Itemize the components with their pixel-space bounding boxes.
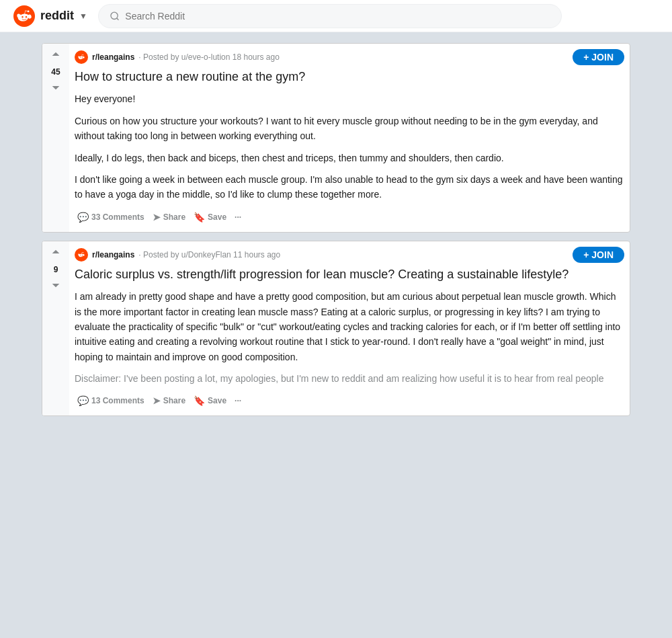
save-label: Save [208, 212, 226, 222]
more-button-2[interactable]: ··· [232, 392, 244, 409]
vote-column-1: 45 [42, 44, 69, 232]
more-icon: ··· [235, 212, 241, 222]
search-icon [110, 11, 120, 22]
search-input[interactable] [125, 11, 550, 22]
save-button-2[interactable]: 🔖Save [191, 391, 229, 410]
post-title-2[interactable]: Caloric surplus vs. strength/lift progre… [75, 267, 624, 282]
save-icon: 🔖 [194, 212, 205, 223]
subreddit-icon-2 [75, 248, 88, 262]
vote-count-2: 9 [54, 265, 58, 274]
subreddit-name-2[interactable]: r/leangains [92, 250, 134, 260]
post-card-2: 9r/leangains· Posted by u/DonkeyFlan 11 … [42, 241, 630, 417]
share-button-1[interactable]: ➤Share [150, 208, 188, 227]
svg-point-1 [111, 12, 118, 19]
post-content-2: r/leangains· Posted by u/DonkeyFlan 11 h… [69, 241, 630, 416]
subreddit-icon-1 [75, 50, 88, 64]
post-title-1[interactable]: How to structure a new routine at the gy… [75, 69, 624, 85]
post-body-paragraph: I am already in pretty good shape and ha… [75, 289, 624, 364]
save-button-1[interactable]: 🔖Save [191, 208, 229, 227]
comments-icon: 💬 [77, 212, 89, 223]
reddit-dropdown-icon[interactable]: ▼ [79, 11, 87, 21]
post-body-paragraph: Ideally, I do legs, then back and biceps… [75, 151, 624, 165]
svg-line-2 [117, 17, 119, 19]
upvote-button-1[interactable] [49, 49, 62, 65]
post-body-2: I am already in pretty good shape and ha… [75, 289, 624, 386]
post-body-paragraph: Hey everyone! [75, 91, 624, 106]
post-body-paragraph: I don't like going a week in between eac… [75, 172, 624, 202]
post-meta-text-2: · Posted by u/DonkeyFlan 11 hours ago [138, 250, 280, 260]
post-actions-1: 💬33 Comments➤Share🔖Save··· [75, 208, 624, 227]
join-button-1[interactable]: + JOIN [573, 49, 624, 65]
save-icon: 🔖 [194, 395, 205, 406]
post-card-1: 45r/leangains· Posted by u/eve-o-lution … [42, 43, 630, 233]
share-icon: ➤ [153, 212, 161, 223]
vote-count-1: 45 [51, 67, 60, 77]
reddit-wordmark: reddit [40, 9, 74, 23]
more-icon: ··· [235, 396, 241, 405]
post-body-paragraph: Curious on how you structure your workou… [75, 114, 624, 144]
search-bar [98, 4, 562, 28]
share-button-2[interactable]: ➤Share [150, 391, 188, 410]
post-meta-2: r/leangains· Posted by u/DonkeyFlan 11 h… [75, 247, 624, 263]
post-meta-text-1: · Posted by u/eve-o-lution 18 hours ago [138, 52, 279, 62]
post-actions-2: 💬13 Comments➤Share🔖Save··· [75, 391, 624, 410]
reddit-logo-icon [13, 5, 35, 27]
vote-column-2: 9 [42, 241, 69, 416]
subreddit-name-1[interactable]: r/leangains [92, 52, 134, 62]
upvote-button-2[interactable] [49, 247, 62, 262]
comments-label: 33 Comments [91, 212, 144, 222]
downvote-button-2[interactable] [49, 277, 62, 292]
save-label: Save [208, 396, 226, 405]
header: reddit ▼ [0, 0, 672, 32]
share-label: Share [163, 396, 185, 405]
comments-label: 13 Comments [91, 396, 144, 405]
join-button-2[interactable]: + JOIN [573, 247, 624, 263]
main-content: 45r/leangains· Posted by u/eve-o-lution … [34, 32, 638, 427]
share-icon: ➤ [153, 395, 161, 406]
share-label: Share [163, 212, 185, 222]
more-button-1[interactable]: ··· [232, 208, 244, 226]
comments-button-2[interactable]: 💬13 Comments [75, 391, 147, 410]
post-content-1: r/leangains· Posted by u/eve-o-lution 18… [69, 44, 630, 232]
post-meta-1: r/leangains· Posted by u/eve-o-lution 18… [75, 49, 624, 65]
comments-button-1[interactable]: 💬33 Comments [75, 208, 147, 227]
comments-icon: 💬 [77, 395, 89, 406]
logo-area: reddit ▼ [13, 5, 87, 27]
downvote-button-1[interactable] [49, 79, 62, 95]
post-body-1: Hey everyone!Curious on how you structur… [75, 91, 624, 202]
post-faded-text-2: Disclaimer: I've been posting a lot, my … [75, 371, 624, 386]
